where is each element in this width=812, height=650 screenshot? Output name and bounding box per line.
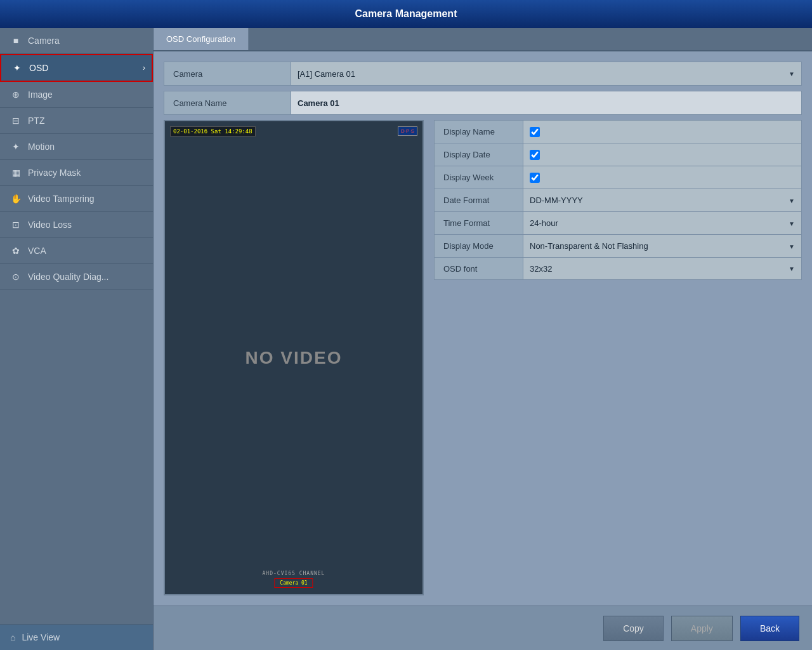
motion-icon: ✦	[10, 142, 22, 152]
display-mode-select[interactable]: Non-Transparent & Not Flashing Transpare…	[523, 235, 801, 257]
display-week-label: Display Week	[435, 166, 523, 189]
apply-button[interactable]: Apply	[671, 616, 733, 641]
sidebar-item-label: Video Quality Diag...	[28, 272, 108, 282]
video-preview: 02-01-2016 Sat 14:29:48 D·P·S NO VIDEO A…	[164, 120, 424, 595]
sidebar-item-image[interactable]: ⊕ Image	[0, 82, 153, 108]
camera-name-input[interactable]	[291, 91, 801, 114]
video-tampering-icon: ✋	[10, 194, 22, 204]
sidebar-item-label: Video Loss	[28, 220, 72, 230]
sidebar-item-privacy-mask[interactable]: ▦ Privacy Mask	[0, 160, 153, 186]
sidebar-item-osd[interactable]: ✦ OSD ›	[0, 54, 153, 82]
tab-bar: OSD Configuration	[154, 28, 812, 51]
camera-label: Camera	[164, 62, 291, 85]
display-name-label: Display Name	[435, 121, 523, 143]
display-date-row: Display Date	[434, 143, 802, 166]
display-date-label: Display Date	[435, 143, 523, 166]
bottom-bar: Copy Apply Back	[154, 606, 812, 650]
camera-select[interactable]: [A1] Camera 01[A2] Camera 02[A3] Camera …	[291, 62, 801, 85]
privacy-mask-icon: ▦	[10, 168, 22, 178]
osd-icon: ✦	[11, 63, 23, 73]
time-format-select-wrapper: 24-hour 12-hour	[523, 212, 801, 234]
live-view-icon: ⌂	[10, 632, 15, 642]
video-quality-icon: ⊙	[10, 272, 22, 282]
live-view-label: Live View	[22, 632, 60, 642]
copy-button[interactable]: Copy	[603, 616, 664, 641]
display-week-checkbox[interactable]	[530, 173, 540, 183]
chevron-right-icon: ›	[143, 63, 145, 72]
date-format-label: Date Format	[435, 189, 523, 211]
display-date-checkbox[interactable]	[530, 150, 540, 160]
sidebar-item-label: Privacy Mask	[28, 168, 81, 178]
content-body: Camera [A1] Camera 01[A2] Camera 02[A3] …	[154, 51, 812, 606]
display-mode-row: Display Mode Non-Transparent & Not Flash…	[434, 234, 802, 257]
camera-form-row: Camera [A1] Camera 01[A2] Camera 02[A3] …	[164, 62, 802, 86]
date-format-select-wrapper: DD-MM-YYYY MM-DD-YYYY YYYY-MM-DD	[523, 189, 801, 211]
time-format-label: Time Format	[435, 212, 523, 234]
back-button[interactable]: Back	[740, 616, 799, 641]
sidebar-item-vca[interactable]: ✿ VCA	[0, 238, 153, 264]
osd-settings: Display Name Display Date	[434, 120, 802, 595]
sidebar-item-camera[interactable]: ■ Camera	[0, 28, 153, 54]
video-channel-label: AHD-CVI6S CHANNEL	[263, 571, 325, 576]
sidebar-item-video-loss[interactable]: ⊡ Video Loss	[0, 212, 153, 238]
content-area: OSD Configuration Camera [A1] Camera 01[…	[154, 28, 812, 650]
osd-font-select-wrapper: 32x32 16x16 24x24	[523, 258, 801, 279]
sidebar-item-ptz[interactable]: ⊟ PTZ	[0, 108, 153, 134]
sidebar-item-label: Camera	[28, 36, 60, 46]
middle-section: 02-01-2016 Sat 14:29:48 D·P·S NO VIDEO A…	[164, 120, 802, 595]
video-overlay-top: 02-01-2016 Sat 14:29:48 D·P·S	[170, 126, 417, 136]
time-format-row: Time Format 24-hour 12-hour	[434, 211, 802, 234]
no-video-text: NO VIDEO	[246, 348, 343, 368]
osd-font-row: OSD font 32x32 16x16 24x24	[434, 257, 802, 280]
sidebar-item-label: VCA	[28, 246, 46, 256]
sidebar-item-video-quality-diag[interactable]: ⊙ Video Quality Diag...	[0, 264, 153, 290]
date-format-select[interactable]: DD-MM-YYYY MM-DD-YYYY YYYY-MM-DD	[523, 189, 801, 211]
display-mode-select-wrapper: Non-Transparent & Not Flashing Transpare…	[523, 235, 801, 257]
display-date-value	[523, 143, 801, 166]
vca-icon: ✿	[10, 246, 22, 256]
display-mode-label: Display Mode	[435, 235, 523, 257]
sidebar-item-label: PTZ	[28, 116, 44, 126]
image-icon: ⊕	[10, 90, 22, 100]
sidebar-item-video-tampering[interactable]: ✋ Video Tampering	[0, 186, 153, 212]
live-view-button[interactable]: ⌂ Live View	[0, 625, 153, 650]
title-bar: Camera Management	[0, 0, 812, 28]
display-name-checkbox[interactable]	[530, 127, 540, 137]
display-week-value	[523, 166, 801, 189]
sidebar-bottom: ⌂ Live View	[0, 624, 153, 650]
app-title: Camera Management	[355, 8, 457, 20]
camera-name-form-row: Camera Name	[164, 91, 802, 115]
sidebar-item-label: Image	[28, 90, 53, 100]
back-label: Back	[760, 623, 780, 633]
camera-icon: ■	[10, 36, 22, 46]
osd-font-label: OSD font	[435, 258, 523, 279]
sidebar: ■ Camera ✦ OSD › ⊕ Image ⊟ PTZ ✦ Motion …	[0, 28, 154, 650]
display-week-row: Display Week	[434, 166, 802, 189]
sidebar-item-label: Video Tampering	[28, 194, 95, 204]
time-format-select[interactable]: 24-hour 12-hour	[523, 212, 801, 234]
video-timestamp: 02-01-2016 Sat 14:29:48	[170, 126, 256, 136]
osd-font-select[interactable]: 32x32 16x16 24x24	[523, 258, 801, 279]
sidebar-item-label: OSD	[29, 63, 48, 73]
apply-label: Apply	[691, 623, 713, 633]
sidebar-item-label: Motion	[28, 142, 55, 152]
video-logo: D·P·S	[398, 126, 417, 136]
camera-select-wrapper: [A1] Camera 01[A2] Camera 02[A3] Camera …	[291, 62, 801, 85]
display-name-row: Display Name	[434, 120, 802, 143]
video-camera-label: Camera 01	[274, 578, 313, 588]
copy-label: Copy	[623, 623, 644, 633]
ptz-icon: ⊟	[10, 116, 22, 126]
video-loss-icon: ⊡	[10, 220, 22, 230]
camera-name-label: Camera Name	[164, 91, 291, 114]
tab-osd-configuration[interactable]: OSD Configuration	[154, 28, 249, 50]
display-name-value	[523, 121, 801, 143]
sidebar-item-motion[interactable]: ✦ Motion	[0, 134, 153, 160]
tab-label: OSD Configuration	[166, 34, 235, 44]
date-format-row: Date Format DD-MM-YYYY MM-DD-YYYY YYYY-M…	[434, 189, 802, 211]
